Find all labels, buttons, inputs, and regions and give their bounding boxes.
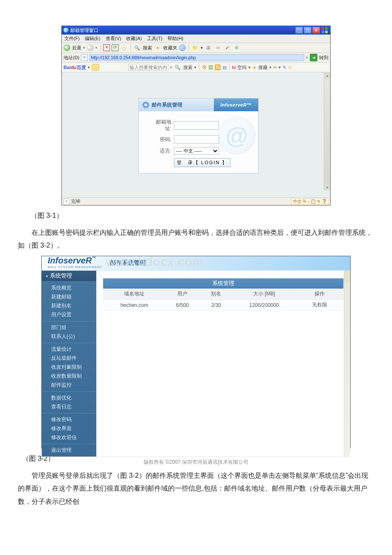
scroll-down-icon[interactable]: ▼ — [324, 185, 330, 191]
toolbar-separator — [188, 44, 189, 51]
toolbar-separator — [199, 64, 199, 71]
sidebar-item[interactable]: 新建邮箱 — [42, 292, 96, 301]
back-button-label[interactable]: 后退 — [72, 45, 81, 51]
print-icon[interactable]: 🖶 — [205, 44, 212, 52]
language-select[interactable]: ---- 中文 ----- — [174, 147, 219, 155]
admin-logo: InfoserveR™ MAIL SYSTEM MANAGEMENT — [48, 256, 102, 269]
hi-icon[interactable]: hi — [232, 65, 236, 70]
sidebar-item[interactable]: 系统概览 — [42, 283, 96, 292]
menu-tool[interactable]: 工具(T) — [146, 35, 163, 42]
refresh-icon[interactable]: ⟳ — [112, 44, 118, 51]
baidu-zhi-icon[interactable]: 知 — [215, 64, 221, 70]
home-icon[interactable]: ⌂ — [120, 44, 128, 52]
baidu-space-label[interactable]: 空间 — [237, 64, 247, 71]
menu-fav[interactable]: 收藏(A) — [125, 35, 143, 42]
baidu-search-icon[interactable]: 🔍 — [174, 64, 182, 71]
ie-content-area: 邮件系统管理 InfoserveR™ @ 邮箱地址: 密码: 语言: — [62, 72, 330, 197]
window-close-button[interactable]: × — [312, 27, 320, 34]
baidu-search-input[interactable] — [128, 64, 168, 71]
table-row[interactable]: hechen.com 6/500 2/30 1200/200000 无权限 — [103, 300, 343, 311]
cell-action: 无权限 — [295, 300, 343, 311]
toolbar-separator — [130, 44, 131, 51]
sidebar-item[interactable]: 反垃圾邮件 — [42, 354, 96, 363]
sidebar-item[interactable]: 新建别名 — [42, 301, 96, 310]
baidu-logo[interactable]: Baidu百度 — [63, 64, 86, 71]
sidebar-item[interactable]: 查看日志 — [42, 402, 96, 411]
window-maximize-button[interactable]: □ — [304, 27, 311, 34]
content-scrollbar[interactable]: ▲ ▼ — [324, 72, 330, 191]
toolbar-favorites-label[interactable]: 收藏夹 — [163, 45, 177, 51]
go-arrow-icon[interactable]: ➜ — [310, 54, 317, 61]
ie-logo-icon — [63, 28, 69, 33]
status-done-label: 完毕 — [71, 198, 81, 205]
baidu-bars-icon[interactable]: ▤ — [222, 65, 227, 70]
sidebar-item[interactable]: 数据优化 — [42, 393, 96, 402]
address-label: 地址(D) — [63, 55, 79, 61]
sidebar-item[interactable]: 邮件监控 — [42, 381, 96, 390]
go-button-label[interactable]: 转到 — [319, 55, 329, 61]
check-icon[interactable]: ✓ — [223, 44, 231, 52]
sidebar-item[interactable]: 联系人(公) — [42, 332, 96, 341]
sidebar-item[interactable]: 退出管理 — [42, 446, 96, 455]
mail-icon[interactable]: ✉ — [214, 44, 222, 52]
ie-status-bar: e 完毕 中文 ¾ ♪ 📋 ✎ ❓ — [62, 197, 330, 205]
cell-domain: hechen.com — [103, 300, 166, 311]
sidebar-item[interactable]: 部门组 — [42, 323, 96, 332]
admin-header: InfoserveR™ MAIL SYSTEM MANAGEMENT 邮件系统管… — [42, 256, 350, 271]
baidu-pen-icon[interactable]: ✎ — [282, 65, 286, 70]
menu-edit[interactable]: 编辑(E) — [84, 35, 101, 42]
forward-button-icon[interactable]: ► — [87, 44, 94, 51]
figure-3-1-ie-window: 邮箱管理窗口 _ □ × 文件(F) 编辑(E) 查看(V) 收藏(A) 工具(… — [61, 26, 331, 205]
col-user: 用户 — [166, 289, 199, 300]
email-input[interactable] — [174, 121, 219, 130]
history-icon[interactable] — [179, 44, 186, 51]
window-titlebar[interactable]: 邮箱管理窗口 _ □ × — [62, 26, 330, 35]
stop-icon[interactable]: ✕ — [103, 44, 110, 51]
ie-toolbar: ◄ 后退 ▾ ► ▾ ✕ ⟳ ⌂ 🔍搜索 ★收藏夹 📁▾ 🖶 ✉ ✓ ❇ — [62, 43, 330, 53]
baidu-at-icon[interactable]: ◎ — [288, 65, 292, 70]
baidu-block-icon[interactable]: 🛇 — [202, 65, 207, 70]
password-input[interactable] — [174, 135, 219, 144]
gear-icon — [142, 101, 149, 108]
sidebar-item[interactable]: 修改界面 — [42, 424, 96, 433]
sidebar-heading[interactable]: 系统管理 — [42, 271, 96, 281]
cell-user: 6/500 — [166, 300, 199, 311]
baidu-soucang-label[interactable]: 搜藏 — [258, 64, 268, 71]
col-domain: 域名地址 — [103, 289, 166, 300]
sidebar-item[interactable]: 用户设置 — [42, 310, 96, 319]
paragraph-2: 管理员账号登录后就出现了（图 3-2）的邮件系统管理主界面（这个界面也是单击左侧… — [18, 469, 374, 508]
windows-flag-icon — [322, 27, 329, 33]
menu-view[interactable]: 查看(V) — [105, 35, 122, 42]
baidu-scissor-icon[interactable]: ✂ — [273, 65, 277, 70]
system-table: 域名地址 用户 别名 大小 [MB] 操作 hechen.com 6/500 2… — [103, 289, 343, 311]
toolbar-separator — [100, 44, 101, 51]
login-button[interactable]: 登 录【 LOGIN 】 — [174, 158, 231, 167]
plugin-icon[interactable]: ❇ — [233, 44, 240, 52]
login-card: 邮件系统管理 InfoserveR™ @ 邮箱地址: 密码: 语言: — [138, 98, 259, 173]
back-button-icon[interactable]: ◄ — [63, 44, 70, 51]
baidu-pic-icon[interactable]: 🖼 — [208, 65, 213, 70]
toolbar-search-label[interactable]: 搜索 — [143, 45, 152, 51]
main-scrollbar[interactable] — [344, 271, 350, 457]
ie-link-bar: Baidu百度 ▾ ▾ 🔍 搜索 ▾ 🛇 🖼 知 ▤ hi 空间 ▾ ★ 搜藏 … — [62, 63, 330, 72]
sidebar-item[interactable]: 收发数量限制 — [42, 372, 96, 381]
menu-help[interactable]: 帮助(H) — [167, 35, 184, 42]
sidebar-item[interactable]: 修改密码 — [42, 415, 96, 424]
col-size: 大小 [MB] — [233, 289, 296, 300]
email-label: 邮箱地址: — [150, 119, 171, 132]
login-heading: 邮件系统管理 — [152, 101, 182, 109]
window-minimize-button[interactable]: _ — [295, 27, 303, 34]
search-icon[interactable]: 🔍 — [133, 44, 141, 52]
sidebar-item[interactable]: 修改欢迎信 — [42, 433, 96, 442]
ime-tray[interactable]: 中文 ¾ ♪ 📋 ✎ ❓ — [291, 198, 329, 205]
col-alias: 别名 — [199, 289, 233, 300]
menu-file[interactable]: 文件(F) — [63, 35, 81, 42]
sidebar-item[interactable]: 流量统计 — [42, 345, 96, 354]
folder-icon[interactable]: 📁 — [191, 44, 199, 52]
address-input[interactable] — [89, 54, 304, 61]
favorites-icon[interactable]: ★ — [154, 44, 161, 52]
baidu-star-icon[interactable]: ★ — [252, 65, 257, 70]
baidu-search-label[interactable]: 搜索 — [183, 64, 193, 71]
sidebar-item[interactable]: 收发对象限制 — [42, 363, 96, 372]
scroll-up-icon[interactable]: ▲ — [324, 72, 330, 78]
